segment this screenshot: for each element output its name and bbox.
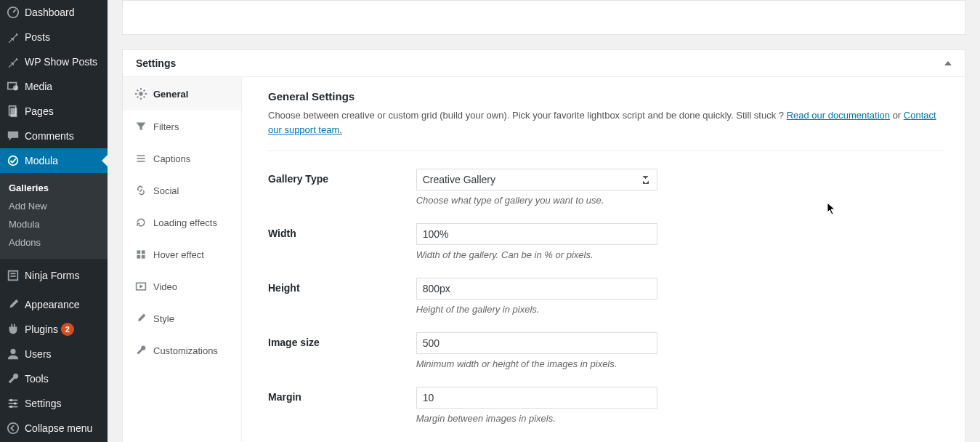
sidebar-item-plugins[interactable]: Plugins 2: [0, 317, 108, 342]
settings-content: General Settings Choose between creative…: [242, 77, 965, 442]
tab-label: Customizations: [153, 345, 218, 356]
plugin-icon: [6, 323, 20, 336]
sidebar-item-label: WP Show Posts: [25, 56, 97, 68]
sidebar-item-label: Ninja Forms: [25, 270, 79, 281]
link-icon: [133, 185, 149, 196]
sidebar-item-ninja-forms[interactable]: Ninja Forms: [0, 263, 108, 288]
sidebar-item-label: Media: [25, 81, 52, 92]
wp-admin-sidebar: Dashboard Posts WP Show Posts Media Page…: [0, 0, 108, 442]
gallery-type-select[interactable]: Creative Gallery: [416, 169, 657, 190]
field-hint: Minimum width or height of the images in…: [416, 358, 721, 369]
settings-panel-title: Settings: [136, 57, 176, 69]
tab-style[interactable]: Style: [123, 302, 241, 334]
sidebar-item-label: Settings: [25, 398, 62, 409]
field-image-size: Image size Minimum width or height of th…: [268, 332, 944, 369]
content-intro: Choose between creative or custom grid (…: [268, 108, 944, 137]
field-label: Height: [268, 278, 413, 294]
sidebar-item-label: Posts: [25, 31, 50, 43]
field-height: Height Height of the gallery in pixels.: [268, 278, 944, 315]
sidebar-submenu-modula: Galleries Add New Modula Addons: [0, 173, 108, 259]
sidebar-item-collapse[interactable]: Collapse menu: [0, 416, 108, 441]
pin-icon: [6, 55, 20, 68]
svg-point-16: [8, 423, 18, 433]
svg-rect-24: [142, 255, 145, 259]
tab-captions[interactable]: Captions: [123, 142, 241, 174]
tab-label: Social: [153, 185, 179, 196]
tab-general[interactable]: General: [123, 77, 241, 110]
top-empty-card: [122, 0, 965, 35]
tab-loading-effects[interactable]: Loading effects: [123, 206, 241, 238]
grid-icon: [133, 249, 149, 260]
svg-point-9: [10, 349, 15, 354]
tab-label: Hover effect: [153, 249, 204, 260]
sidebar-item-comments[interactable]: Comments: [0, 124, 108, 148]
tab-hover-effect[interactable]: Hover effect: [123, 238, 241, 270]
field-hint: Height of the gallery in pixels.: [416, 304, 721, 315]
tab-social[interactable]: Social: [123, 174, 241, 206]
sidebar-item-wp-show-posts[interactable]: WP Show Posts: [0, 49, 108, 74]
sidebar-item-label: Comments: [25, 130, 74, 142]
field-hint: Margin between images in pixels.: [416, 413, 721, 424]
sidebar-item-pages[interactable]: Pages: [0, 99, 108, 124]
tab-customizations[interactable]: Customizations: [123, 334, 241, 366]
svg-rect-21: [137, 250, 140, 254]
sidebar-item-tools[interactable]: Tools: [0, 366, 108, 391]
svg-point-15: [10, 406, 13, 409]
tab-label: Video: [153, 281, 177, 292]
tab-video[interactable]: Video: [123, 270, 241, 302]
content-heading: General Settings: [268, 90, 944, 103]
image-size-input[interactable]: [416, 332, 657, 354]
user-icon: [6, 347, 20, 361]
tab-label: Filters: [153, 121, 179, 132]
field-label: Image size: [268, 332, 413, 348]
gear-icon: [133, 87, 149, 100]
tab-filters[interactable]: Filters: [123, 110, 241, 142]
sidebar-item-label: Collapse menu: [25, 422, 92, 434]
brush-icon: [133, 313, 149, 324]
sidebar-item-users[interactable]: Users: [0, 342, 108, 366]
brush-icon: [6, 298, 20, 311]
link-docs[interactable]: Read our documentation: [787, 110, 890, 121]
page-icon: [6, 105, 20, 118]
height-input[interactable]: [416, 278, 657, 300]
sidebar-item-settings[interactable]: Settings: [0, 391, 108, 416]
sliders-icon: [6, 397, 20, 410]
sidebar-item-modula[interactable]: Modula: [0, 148, 108, 173]
wrench-icon: [133, 345, 149, 356]
settings-panel-header[interactable]: Settings: [123, 50, 965, 77]
field-label: Width: [268, 223, 413, 239]
sidebar-item-label: Users: [25, 348, 52, 360]
svg-rect-22: [142, 250, 145, 254]
margin-input[interactable]: [416, 387, 657, 409]
submenu-item-modula[interactable]: Modula: [0, 215, 108, 233]
pin-icon: [6, 31, 20, 44]
sidebar-item-label: Tools: [25, 373, 49, 385]
submenu-item-add-new[interactable]: Add New: [0, 197, 108, 215]
field-hint: Width of the gallery. Can be in % or pix…: [416, 249, 721, 260]
dashboard-icon: [6, 6, 20, 19]
sidebar-item-media[interactable]: Media: [0, 74, 108, 99]
collapse-triangle-icon[interactable]: [944, 61, 952, 65]
sidebar-item-label: Modula: [25, 155, 58, 166]
submenu-item-addons[interactable]: Addons: [0, 233, 108, 252]
sidebar-item-dashboard[interactable]: Dashboard: [0, 0, 108, 25]
sidebar-item-appearance[interactable]: Appearance: [0, 292, 108, 317]
sidebar-item-posts[interactable]: Posts: [0, 25, 108, 49]
svg-point-5: [9, 156, 18, 166]
form-icon: [6, 269, 20, 282]
svg-point-13: [10, 399, 13, 402]
list-icon: [133, 153, 149, 164]
reload-icon: [133, 217, 149, 228]
modula-icon: [6, 154, 20, 167]
tab-label: General: [153, 89, 188, 100]
sidebar-item-label: Dashboard: [25, 7, 75, 18]
field-label: Margin: [268, 387, 413, 403]
sidebar-item-label: Appearance: [25, 299, 80, 310]
submenu-item-galleries[interactable]: Galleries: [0, 179, 108, 197]
sidebar-item-label: Plugins: [25, 324, 58, 335]
width-input[interactable]: [416, 223, 657, 245]
settings-tabs: General Filters Captions Social Loading …: [123, 77, 242, 442]
field-label: Gallery Type: [268, 169, 413, 185]
tab-label: Captions: [153, 153, 190, 164]
comment-icon: [6, 129, 20, 142]
